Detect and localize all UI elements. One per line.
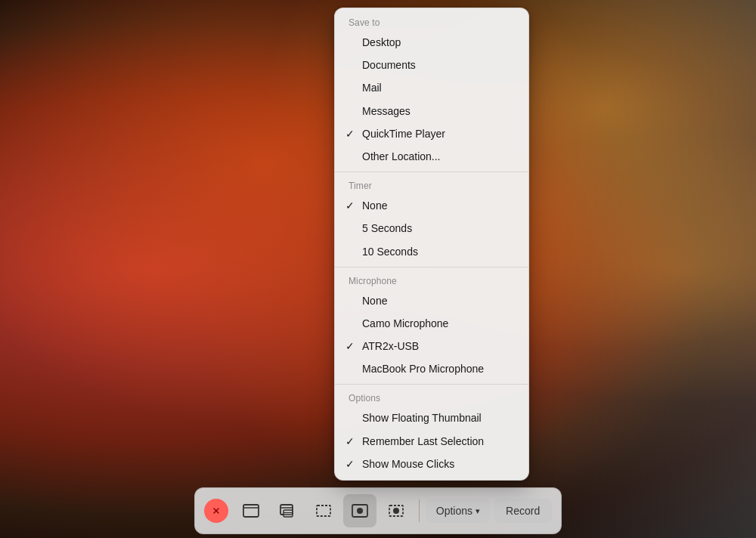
menu-item-show-mouse-clicks[interactable]: ✓ Show Mouse Clicks xyxy=(335,453,528,475)
separator-1 xyxy=(335,172,528,172)
full-window-button[interactable] xyxy=(234,494,268,527)
window-capture-button[interactable] xyxy=(271,494,304,527)
checkmark-mouse-clicks: ✓ xyxy=(345,457,355,471)
checkmark-atr2x: ✓ xyxy=(345,339,355,353)
timer-header: Timer xyxy=(335,176,528,194)
menu-item-documents[interactable]: Documents xyxy=(335,54,528,76)
menu-item-desktop[interactable]: Desktop xyxy=(335,31,528,54)
window-capture-icon xyxy=(277,501,297,521)
menu-item-messages[interactable]: Messages xyxy=(335,100,528,122)
menu-item-other-location[interactable]: Other Location... xyxy=(335,145,528,168)
screen-record-button[interactable] xyxy=(343,494,376,527)
options-chevron-icon: ▾ xyxy=(476,506,480,516)
menu-item-camo-microphone[interactable]: Camo Microphone xyxy=(335,312,528,335)
menu-item-timer-5[interactable]: 5 Seconds xyxy=(335,217,528,240)
microphone-header: Microphone xyxy=(335,271,528,289)
svg-rect-8 xyxy=(317,506,330,516)
screen-record-selection-button[interactable] xyxy=(380,494,413,527)
screen-record-icon xyxy=(350,501,370,521)
menu-item-show-floating-thumbnail[interactable]: Show Floating Thumbnail xyxy=(335,407,528,429)
menu-item-timer-none[interactable]: ✓ None xyxy=(335,194,528,217)
selection-icon xyxy=(314,501,333,521)
record-button[interactable]: Record xyxy=(494,499,552,523)
svg-rect-6 xyxy=(284,510,293,517)
options-button[interactable]: Options ▾ xyxy=(426,499,491,523)
menu-item-mic-none[interactable]: None xyxy=(335,289,528,312)
close-button[interactable] xyxy=(204,499,228,523)
toolbar: Options ▾ Record xyxy=(0,484,756,538)
options-label: Options xyxy=(436,505,472,517)
menu-item-atr2x[interactable]: ✓ ATR2x-USB xyxy=(335,335,528,357)
separator-3 xyxy=(335,384,528,385)
menu-item-remember-last-selection[interactable]: ✓ Remember Last Selection xyxy=(335,430,528,453)
screen-record-selection-icon xyxy=(386,501,406,521)
save-to-header: Save to xyxy=(335,13,528,31)
selection-button[interactable] xyxy=(307,494,340,527)
svg-rect-2 xyxy=(243,505,259,517)
toolbar-divider xyxy=(419,499,420,522)
menu-item-quicktime[interactable]: ✓ QuickTime Player xyxy=(335,122,528,145)
checkmark-remember: ✓ xyxy=(345,434,355,448)
options-dropdown-menu: Save to Desktop Documents Mail Messages … xyxy=(334,8,529,481)
full-window-icon xyxy=(241,501,261,521)
toolbar-inner: Options ▾ Record xyxy=(194,487,562,534)
menu-item-mail[interactable]: Mail xyxy=(335,76,528,99)
close-icon xyxy=(212,507,220,515)
checkmark-quicktime: ✓ xyxy=(345,127,355,141)
checkmark-timer-none: ✓ xyxy=(345,199,355,212)
svg-point-10 xyxy=(357,508,363,514)
svg-point-12 xyxy=(393,508,399,514)
menu-item-macbook-mic[interactable]: MacBook Pro Microphone xyxy=(335,357,528,380)
menu-item-timer-10[interactable]: 10 Seconds xyxy=(335,240,528,263)
options-header: Options xyxy=(335,388,528,407)
separator-2 xyxy=(335,267,528,267)
